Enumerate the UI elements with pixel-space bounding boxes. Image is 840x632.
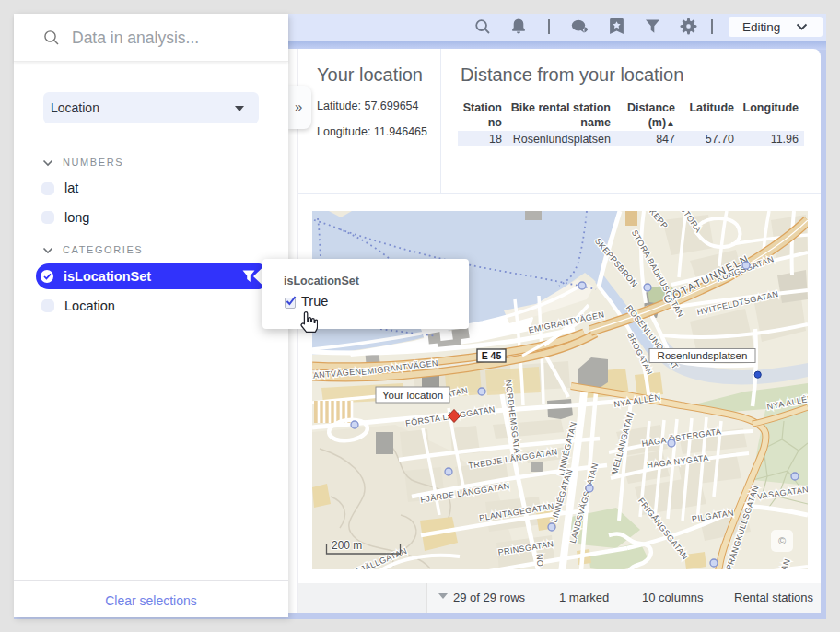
svg-text:E 45: E 45 [482,350,502,361]
svg-text:Rosenlundsplatsen: Rosenlundsplatsen [658,350,748,361]
svg-text:Your location: Your location [382,390,443,401]
svg-text:200 m: 200 m [332,539,362,552]
svg-text:©: © [778,535,786,546]
svg-text:NO: NO [534,553,544,567]
